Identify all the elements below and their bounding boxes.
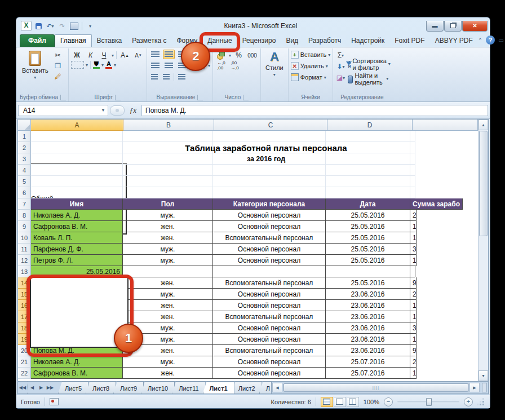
cell-D2[interactable]: [326, 142, 410, 153]
scroll-down-icon[interactable]: ▼: [479, 370, 488, 381]
cell-B9[interactable]: жен.: [123, 221, 213, 232]
cell-B5[interactable]: [123, 176, 213, 187]
cell-B21[interactable]: муж.: [123, 356, 213, 368]
cell-C5[interactable]: [213, 176, 326, 187]
cell-C16[interactable]: Основной персонал: [213, 300, 326, 311]
comma-style-button[interactable]: 000: [246, 51, 258, 60]
cell-E4[interactable]: [410, 165, 415, 176]
bold-button[interactable]: Ж: [71, 51, 83, 60]
row-header-7[interactable]: 7: [18, 198, 31, 210]
row-header-14[interactable]: 14: [18, 277, 31, 289]
cell-E2[interactable]: [410, 142, 415, 153]
macro-record-icon[interactable]: [50, 398, 59, 405]
tab-Данные[interactable]: Данные2: [202, 35, 237, 47]
align-left-button[interactable]: [149, 61, 161, 70]
select-all-corner[interactable]: [18, 120, 31, 131]
cell-C22[interactable]: Основной персонал: [213, 368, 326, 379]
sort-filter-button[interactable]: АЯ Сортировка и фильтр▾: [348, 58, 388, 71]
cell-A1[interactable]: [31, 131, 123, 142]
styles-button[interactable]: А Стили ▾: [263, 50, 286, 93]
cell-D13[interactable]: [326, 266, 410, 277]
tab-Разработч[interactable]: Разработч: [303, 35, 346, 47]
normal-view-button[interactable]: [321, 397, 333, 407]
vertical-scrollbar[interactable]: ▲ ▼: [478, 120, 488, 381]
close-button[interactable]: ✕: [462, 21, 488, 32]
tab-Рецензиро[interactable]: Рецензиро: [237, 35, 281, 47]
cell-D15[interactable]: 23.06.2016: [326, 289, 410, 300]
align-middle-button[interactable]: [163, 50, 175, 59]
wrap-text-button[interactable]: [176, 72, 187, 82]
cell-D11[interactable]: 25.05.2016: [326, 244, 410, 255]
cell-E15[interactable]: 2: [410, 289, 417, 300]
cell-D8[interactable]: 25.05.2016: [326, 210, 410, 221]
tab-ABBYY PDF[interactable]: ABBYY PDF: [430, 35, 478, 47]
cell-E20[interactable]: 9: [410, 345, 417, 356]
accounting-format-button[interactable]: [215, 51, 227, 60]
cell-C1[interactable]: [213, 131, 326, 142]
first-sheet-icon[interactable]: ◀◀: [18, 382, 28, 394]
cell-B3[interactable]: [123, 153, 213, 165]
cell-E11[interactable]: 3: [410, 244, 417, 255]
cell-C10[interactable]: Вспомогательный персонал: [213, 232, 326, 244]
cell-A4[interactable]: [31, 165, 123, 176]
cell-E19[interactable]: 1: [410, 334, 417, 345]
help-icon[interactable]: ?: [486, 36, 495, 45]
cell-B8[interactable]: муж.: [123, 210, 213, 221]
vertical-scroll-track[interactable]: [479, 237, 488, 370]
cell-C8[interactable]: Основной персонал: [213, 210, 326, 221]
horizontal-scroll-track[interactable]: ||||: [283, 383, 469, 392]
cell-C14[interactable]: Вспомогательный персонал: [213, 277, 326, 289]
cell-A18[interactable]: Парфенов Д. Ф.: [31, 322, 123, 334]
cell-C11[interactable]: Основной персонал: [213, 244, 326, 255]
tab-file[interactable]: Файл: [20, 34, 55, 47]
row-header-8[interactable]: 8: [18, 210, 31, 221]
cell-A12[interactable]: Петров Ф. Л.: [31, 255, 123, 266]
horizontal-scrollbar[interactable]: ◀ |||| ▶: [272, 383, 487, 392]
cell-B4[interactable]: [123, 165, 213, 176]
cell-A16[interactable]: Сафронова В. М.: [31, 300, 123, 311]
cell-B6[interactable]: [123, 187, 213, 198]
row-header-12[interactable]: 12: [18, 255, 31, 266]
sheet-tab-Лист5[interactable]: Лист5: [58, 382, 88, 394]
cell-A14[interactable]: Попова М. Д.: [31, 277, 123, 289]
cell-A10[interactable]: Коваль Л. П.: [31, 232, 123, 244]
insert-cells-button[interactable]: + Вставить▾: [291, 50, 331, 60]
cell-D19[interactable]: 23.06.2016: [326, 334, 410, 345]
cell-E5[interactable]: [410, 176, 415, 187]
save-button[interactable]: [33, 21, 43, 30]
increase-indent-button[interactable]: [161, 72, 171, 82]
cell-D7[interactable]: Дата: [326, 198, 410, 210]
delete-cells-button[interactable]: ✕ Удалить▾: [291, 61, 331, 71]
workbook-minimize-icon[interactable]: ▭: [498, 37, 503, 43]
minimize-button[interactable]: ▬: [426, 21, 444, 32]
cell-A17[interactable]: Коваль Л. П.: [31, 311, 123, 322]
cell-E17[interactable]: 1: [410, 311, 417, 322]
cell-E3[interactable]: [410, 153, 415, 165]
restore-button[interactable]: [444, 21, 462, 32]
cell-C4[interactable]: [213, 165, 326, 176]
cell-B7[interactable]: Пол: [123, 198, 213, 210]
column-header-D[interactable]: D: [327, 120, 413, 131]
cell-A11[interactable]: Парфенов Д. Ф.: [31, 244, 123, 255]
dialog-launcher-icon[interactable]: [115, 95, 121, 100]
align-center-button[interactable]: [163, 61, 175, 70]
cell-E18[interactable]: 3: [410, 322, 417, 334]
cell-E21[interactable]: 2: [410, 356, 417, 368]
copy-button[interactable]: ❐: [53, 61, 63, 70]
dialog-launcher-icon[interactable]: [60, 95, 66, 100]
cell-B2[interactable]: [123, 142, 213, 153]
cell-C7[interactable]: Категория персонала: [213, 198, 326, 210]
cell-C15[interactable]: Основной персонал: [213, 289, 326, 300]
row-header-13[interactable]: 13: [18, 266, 31, 277]
row-header-16[interactable]: 16: [18, 300, 31, 311]
cell-C17[interactable]: Вспомогательный персонал: [213, 311, 326, 322]
sheet-tab-Лист10[interactable]: Лист10: [141, 382, 175, 394]
cell-E6[interactable]: [410, 187, 415, 198]
name-box[interactable]: A14▼: [18, 105, 108, 116]
cell-D9[interactable]: 25.05.2016: [326, 221, 410, 232]
next-sheet-icon[interactable]: ▶: [37, 382, 46, 394]
cell-B1[interactable]: [123, 131, 213, 142]
minimize-ribbon-icon[interactable]: ⌃: [478, 37, 482, 43]
row-header-22[interactable]: 22: [18, 368, 31, 379]
cell-E16[interactable]: 1: [410, 300, 417, 311]
